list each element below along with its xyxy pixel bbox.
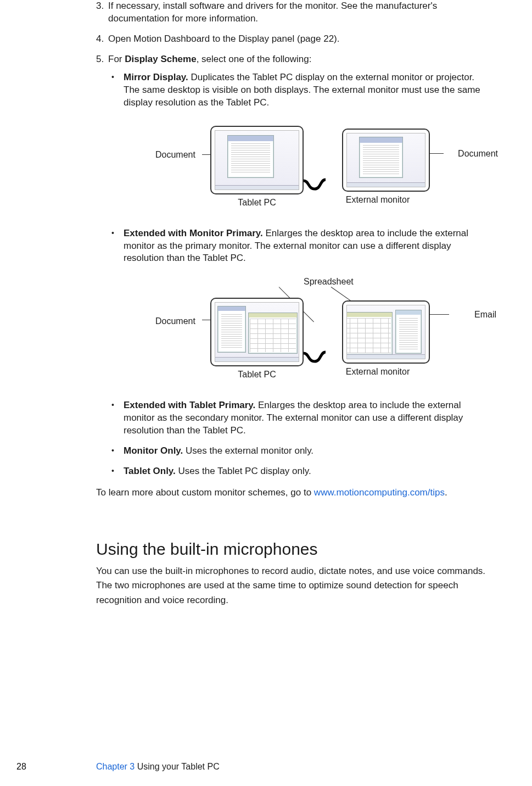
chapter-title: Using your Tablet PC: [135, 762, 219, 771]
option-mirror: • Mirror Display. Duplicates the Tablet …: [111, 71, 488, 109]
option-title: Tablet Only.: [124, 466, 176, 476]
caption-external: External monitor: [346, 194, 410, 206]
figure-label-document-left: Document: [155, 149, 195, 161]
option-monitor-only: • Monitor Only. Uses the external monito…: [111, 445, 488, 458]
option-text: Mirror Display. Duplicates the Tablet PC…: [124, 71, 488, 109]
option-title: Extended with Monitor Primary.: [124, 228, 263, 238]
figure-label-spreadsheet: Spreadsheet: [304, 276, 354, 288]
external-monitor-icon: [342, 300, 430, 364]
cable-icon: [304, 348, 326, 364]
tablet-pc-diagram: Tablet PC: [210, 126, 304, 209]
page-footer: 28 Chapter 3 Using your Tablet PC: [16, 761, 488, 773]
display-scheme-label: Display Scheme: [125, 54, 196, 64]
step-4: 4. Open Motion Dashboard to the Display …: [96, 33, 488, 46]
step-text: Open Motion Dashboard to the Display pan…: [108, 33, 488, 46]
tablet-monitor-icon: [210, 126, 304, 194]
option-tablet-only: • Tablet Only. Uses the Tablet PC displa…: [111, 465, 488, 478]
bullet-icon: •: [111, 445, 124, 458]
tablet-pc-diagram: Tablet PC: [210, 298, 304, 381]
microphones-body: You can use the built-in microphones to …: [96, 564, 488, 607]
cable-icon: [304, 175, 326, 192]
option-text: Monitor Only. Uses the external monitor …: [124, 445, 488, 458]
option-title: Extended with Tablet Primary.: [124, 400, 255, 410]
bullet-icon: •: [111, 71, 124, 109]
option-title: Monitor Only.: [124, 445, 183, 456]
bullet-icon: •: [111, 465, 124, 478]
page-content: 3. If necessary, install software and dr…: [0, 0, 532, 607]
option-text: Extended with Monitor Primary. Enlarges …: [124, 227, 488, 265]
scheme-options: • Mirror Display. Duplicates the Tablet …: [111, 71, 488, 478]
figure-mirror-display: Document Document Tablet: [133, 120, 488, 216]
learn-more-paragraph: To learn more about custom monitor schem…: [96, 486, 488, 500]
step-5: 5. For Display Scheme, select one of the…: [96, 53, 488, 66]
chapter-link[interactable]: Chapter 3: [96, 762, 135, 771]
option-desc: Uses the external monitor only.: [183, 445, 313, 456]
step-3: 3. If necessary, install software and dr…: [96, 0, 488, 25]
figure-extended-monitor: Spreadsheet Document Email: [133, 276, 488, 388]
bullet-icon: •: [111, 399, 124, 437]
text-suffix: , select one of the following:: [197, 54, 312, 64]
learn-prefix: To learn more about custom monitor schem…: [96, 487, 314, 498]
section-heading-microphones: Using the built-in microphones: [96, 538, 488, 561]
learn-suffix: .: [445, 487, 447, 498]
option-ext-tablet-primary: • Extended with Tablet Primary. Enlarges…: [111, 399, 488, 437]
caption-external: External monitor: [346, 366, 410, 378]
caption-tablet: Tablet PC: [238, 369, 276, 381]
tips-link[interactable]: www.motioncomputing.com/tips: [314, 487, 445, 498]
step-num: 3.: [96, 0, 108, 25]
option-text: Tablet Only. Uses the Tablet PC display …: [124, 465, 488, 478]
text-prefix: For: [108, 54, 125, 64]
option-desc: Uses the Tablet PC display only.: [176, 466, 311, 476]
bullet-icon: •: [111, 227, 124, 265]
step-num: 5.: [96, 53, 108, 66]
external-monitor-icon: [342, 129, 430, 192]
option-title: Mirror Display.: [124, 72, 188, 82]
tablet-monitor-icon: [210, 298, 304, 366]
caption-tablet: Tablet PC: [238, 197, 276, 209]
page-number: 28: [16, 761, 96, 773]
figure-label-document-right: Document: [458, 148, 498, 160]
figure-label-email: Email: [474, 309, 496, 321]
external-monitor-diagram: External monitor: [326, 129, 430, 206]
step-num: 4.: [96, 33, 108, 46]
option-ext-monitor-primary: • Extended with Monitor Primary. Enlarge…: [111, 227, 488, 265]
step-text: If necessary, install software and drive…: [108, 0, 488, 25]
step-text: For Display Scheme, select one of the fo…: [108, 53, 488, 66]
option-text: Extended with Tablet Primary. Enlarges t…: [124, 399, 488, 437]
external-monitor-diagram: External monitor: [326, 300, 430, 378]
figure-label-document: Document: [155, 315, 195, 327]
